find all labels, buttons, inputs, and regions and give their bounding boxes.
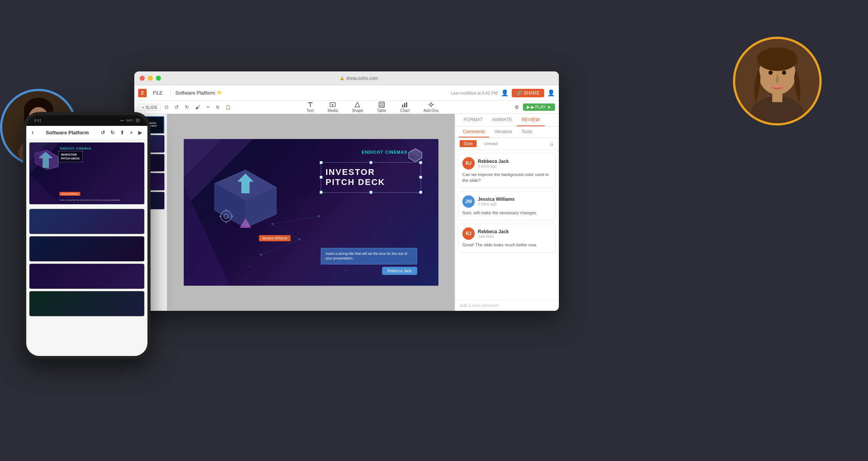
file-title-text: Software Platform [175,90,215,96]
addons-label: Add-Ons [423,108,438,113]
browser-window: 🔒 show.zoho.com Z FILE Software Platform… [134,71,559,311]
phone-slide-thumb-3[interactable] [29,236,144,261]
media-label: Media [328,108,338,113]
svg-point-13 [768,71,773,75]
comment-meta-1: Rebbeca Jack 3 mins ago [478,159,509,168]
svg-point-12 [757,47,798,71]
comment-avatar-2: JW [462,195,475,208]
review-tab-versions[interactable]: Versions [491,127,516,137]
redo-icon[interactable]: ↻ [183,103,191,111]
phone-title: Software Platform [46,130,89,136]
review-tabs: Comments Versions Tools [455,127,559,138]
copy-icon[interactable]: ⧉ [214,104,222,110]
phone-back-icon[interactable]: ‹ [32,129,34,136]
close-button[interactable] [140,76,145,81]
comment-author-1: Rebbeca Jack [478,159,509,164]
right-panel: FORMAT ANIMATE REVIEW Comments Versions … [455,114,559,311]
file-menu[interactable]: FILE [150,89,166,97]
app-content: INVESTOR PITCH DECK [134,114,559,311]
review-tab-tools[interactable]: Tools [518,127,536,137]
phone-mockup: 9:41 ▪▪▪ WiFi ⬛ ‹ Software Platform ↺ ↻ … [23,112,151,359]
center-tools: Text Media Shape Table Chart Add-Ons [235,101,510,114]
media-tool[interactable]: Media [324,101,342,114]
browser-address: 🔒 show.zoho.com [164,76,553,81]
play-label: ▶ PLAY [531,105,546,110]
comment-card-2: JW Jessica Williams 2 mins ago Sure, wil… [458,191,556,220]
phone-top-bar: ‹ Software Platform ↺ ↻ ⬆ + ▶ [26,126,147,139]
phone-status-icons: ▪▪▪ WiFi ⬛ [120,119,140,122]
text-tool[interactable]: Text [303,101,317,114]
pitch-title: INVESTOR PITCH DECK [321,163,418,192]
comment-header-3: RJ Rebbeca Jack Just Now [462,227,552,240]
slide-main[interactable]: ENDICOT CINEMAS [184,139,438,286]
comment-author-2: Jessica Williams [478,197,514,202]
shape-tool[interactable]: Shape [348,101,367,114]
share-label: SHARE [524,90,540,96]
chart-tool[interactable]: Chart [396,101,413,114]
review-tab-comments[interactable]: Comments [459,127,489,137]
subtitle-box[interactable]: Insert a strong title that will set the … [321,248,417,264]
phone-slide-list: ENDICOT CINEMAS INVESTOR PITCH DECK Jess… [26,139,147,356]
phone-share-icon[interactable]: ⬆ [120,130,124,136]
tab-review[interactable]: REVIEW [517,114,544,126]
avatar-right-image [735,39,819,123]
share-button[interactable]: 🔗 SHARE [512,89,544,97]
svg-rect-28 [379,102,384,107]
addons-tool[interactable]: Add-Ons [420,101,442,114]
cube-icon [408,147,423,163]
lock-icon: 🔒 [340,76,344,80]
add-slide-button[interactable]: + SLIDE [138,104,161,111]
toolbar-separator-1 [170,89,171,97]
pitch-title-container[interactable]: INVESTOR PITCH DECK [321,162,421,193]
minimize-button[interactable] [148,76,153,81]
comment-header-2: JW Jessica Williams 2 mins ago [462,195,552,208]
avatar-right [733,37,822,125]
phone-play-icon[interactable]: ▶ [138,130,142,136]
comment-card-1: RJ Rebbeca Jack 3 mins ago Can we improv… [458,153,556,188]
comment-meta-2: Jessica Williams 2 mins ago [478,197,514,206]
add-comment-placeholder: Add a new comment [460,303,498,308]
comment-author-3: Rebbeca Jack [478,229,509,234]
table-label: Table [377,108,386,113]
tab-format[interactable]: FORMAT [459,114,487,126]
comment-card-3: RJ Rebbeca Jack Just Now Great! The slid… [458,223,556,252]
fit-icon[interactable]: ⊡ [162,104,171,110]
table-tool[interactable]: Table [373,101,390,114]
settings-icon[interactable]: ⚙ [512,103,521,111]
phone-add-icon[interactable]: + [130,130,133,136]
jessica-tag: Jessica Williams [259,235,291,241]
cut-icon[interactable]: ✂ [204,104,212,110]
paste-icon[interactable]: 📋 [223,104,233,110]
phone-slide-thumb-5[interactable] [29,291,144,316]
app-toolbar: Z FILE Software Platform 📁 Last modified… [134,85,559,101]
svg-rect-33 [402,105,403,107]
phone-redo-icon[interactable]: ↻ [110,130,115,136]
comment-avatar-image-3: RJ [462,227,475,240]
unread-filter-button[interactable]: Unread [480,140,501,147]
play-button[interactable]: ▶ ▶ PLAY ▼ [523,103,555,111]
maximize-button[interactable] [156,76,161,81]
phone-slide-preview[interactable]: ENDICOT CINEMAS INVESTOR PITCH DECK Jess… [29,142,144,204]
print-icon[interactable]: 🖨 [549,141,554,147]
phone-time: 9:41 [34,119,41,123]
chart-label: Chart [400,108,409,113]
rebecca-jack-button[interactable]: Rebecca Jack [382,267,417,275]
phone-slide-thumb-2[interactable] [29,209,144,234]
phone-nav-icons: ↺ ↻ ⬆ + ▶ [101,130,142,136]
svg-point-14 [782,71,786,75]
undo-icon[interactable]: ↺ [172,103,181,111]
comment-avatar-image-2: JW [462,195,475,208]
phone-undo-icon[interactable]: ↺ [101,130,105,136]
add-comment-area[interactable]: Add a new comment [455,300,559,311]
phone-slide-thumb-4[interactable] [29,264,144,289]
tab-animate[interactable]: ANIMATE [487,114,517,126]
comment-text-1: Can we improve the background color used… [462,172,552,184]
browser-titlebar: 🔒 show.zoho.com [134,71,559,85]
folder-icon: 📁 [217,90,222,95]
shape-label: Shape [352,108,363,113]
svg-point-36 [430,103,432,106]
slide-filter-button[interactable]: Slide [460,140,477,147]
comment-time-2: 2 mins ago [478,202,514,206]
format-painter-icon[interactable]: 🖌 [193,103,203,111]
phone-screen: ‹ Software Platform ↺ ↻ ⬆ + ▶ [26,126,147,356]
